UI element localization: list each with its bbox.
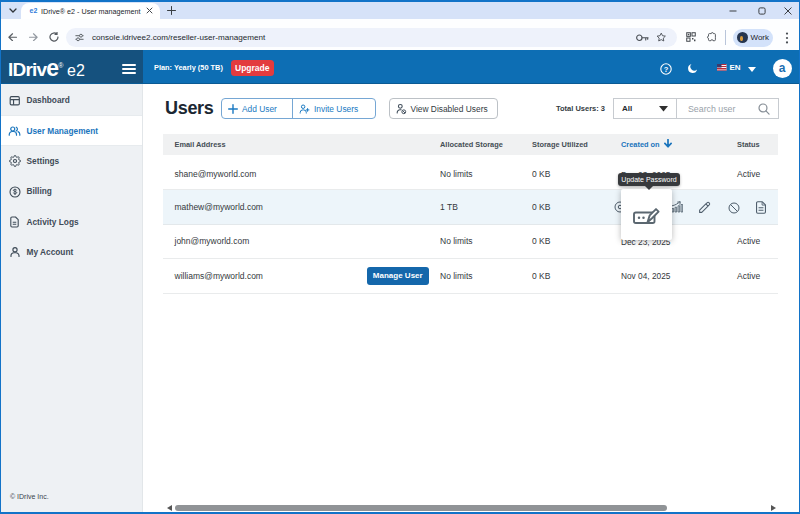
svg-text:?: ? [664,64,669,73]
